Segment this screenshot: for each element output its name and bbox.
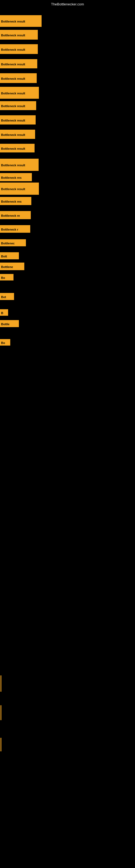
bottleneck-badge-2[interactable]: Bottleneck result <box>0 30 38 40</box>
bottleneck-badge-12[interactable]: Bottleneck res <box>0 173 32 181</box>
vertical-line-3 <box>1 738 1 751</box>
bottleneck-badge-15[interactable]: Bottleneck re <box>0 211 31 219</box>
bottleneck-badge-18[interactable]: Bott <box>0 252 19 259</box>
bottleneck-badge-14[interactable]: Bottleneck res <box>0 197 31 205</box>
bottleneck-badge-7[interactable]: Bottleneck result <box>0 101 36 110</box>
bottleneck-badge-17[interactable]: Bottlenec <box>0 239 26 246</box>
bottleneck-badge-10[interactable]: Bottleneck result <box>0 144 35 152</box>
bottleneck-badge-22[interactable]: B <box>0 309 8 316</box>
bottleneck-badge-8[interactable]: Bottleneck result <box>0 115 36 124</box>
bottleneck-badge-20[interactable]: Bo <box>0 274 13 280</box>
bottleneck-badge-3[interactable]: Bottleneck result <box>0 44 38 54</box>
bottleneck-badge-4[interactable]: Bottleneck result <box>0 59 37 68</box>
vertical-line-1 <box>1 675 1 692</box>
vertical-line-2 <box>1 705 1 720</box>
bottleneck-badge-13[interactable]: Bottleneck result <box>0 183 39 195</box>
bottleneck-badge-24[interactable]: Bo <box>0 339 10 346</box>
bottleneck-badge-19[interactable]: Bottlene <box>0 262 24 270</box>
bottleneck-badge-21[interactable]: Bot <box>0 293 14 300</box>
bottleneck-badge-23[interactable]: Bottle <box>0 320 19 327</box>
bottleneck-badge-5[interactable]: Bottleneck result <box>0 73 37 83</box>
bottleneck-badge-16[interactable]: Bottleneck r <box>0 225 30 233</box>
site-title: TheBottlenecker.com <box>51 2 84 6</box>
bottleneck-badge-1[interactable]: Bottleneck result <box>0 15 42 27</box>
bottleneck-badge-9[interactable]: Bottleneck result <box>0 130 35 139</box>
bottleneck-badge-11[interactable]: Bottleneck result <box>0 159 39 171</box>
bottleneck-badge-6[interactable]: Bottleneck result <box>0 87 39 99</box>
